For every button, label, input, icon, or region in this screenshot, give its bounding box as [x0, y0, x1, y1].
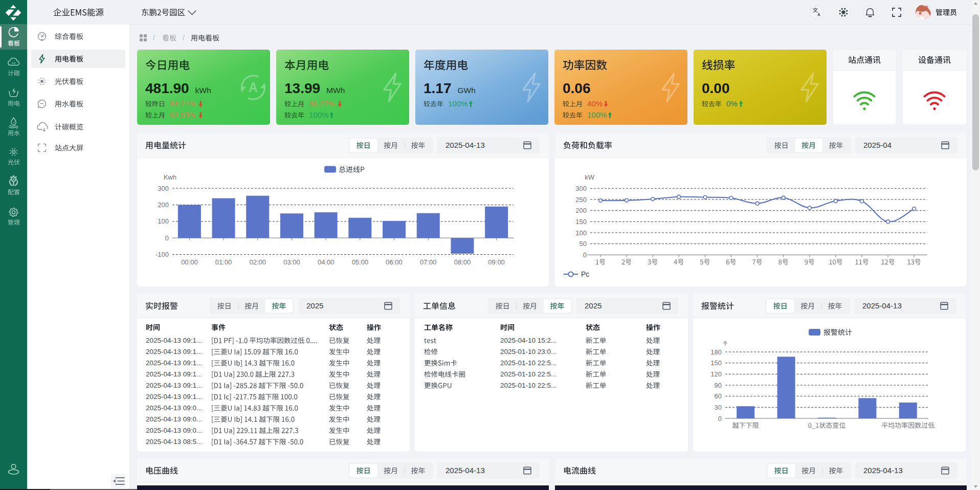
svg-text:08:00: 08:00 [454, 258, 471, 266]
svg-text:150: 150 [710, 359, 722, 367]
svg-text:0.00: 0.00 [702, 80, 730, 96]
svg-text:/: / [183, 34, 185, 42]
svg-text:2025: 2025 [585, 301, 602, 310]
svg-text:00:00: 00:00 [181, 258, 198, 266]
svg-text:0: 0 [718, 415, 722, 422]
svg-text:2025-04-13 09:0...: 2025-04-13 09:0... [146, 404, 202, 412]
svg-text:50: 50 [580, 240, 587, 248]
svg-text:120: 120 [710, 370, 722, 378]
svg-text:03:00: 03:00 [283, 258, 300, 266]
svg-text:200: 200 [158, 201, 169, 209]
svg-text:07:00: 07:00 [420, 258, 437, 266]
svg-text:2025-01-10 23:0...: 2025-01-10 23:0... [500, 348, 556, 355]
svg-text:GWh: GWh [458, 86, 476, 95]
svg-text:2025-04-13 09:1...: 2025-04-13 09:1... [146, 393, 202, 400]
svg-text:250: 250 [575, 196, 587, 204]
svg-text:2025: 2025 [306, 301, 323, 310]
svg-text:-100: -100 [155, 251, 169, 258]
svg-text:Kwh: Kwh [164, 173, 176, 181]
svg-text:90: 90 [715, 382, 722, 389]
svg-text:2025-01-10 22:5...: 2025-01-10 22:5... [500, 382, 556, 389]
svg-text:84.21%: 84.21% [170, 99, 196, 108]
svg-text:200: 200 [575, 207, 587, 214]
svg-text:2025-01-10 22:5...: 2025-01-10 22:5... [500, 370, 556, 378]
svg-text:2025-04-13: 2025-04-13 [446, 141, 485, 149]
svg-text:100: 100 [575, 229, 587, 237]
svg-text:04:00: 04:00 [318, 258, 335, 266]
svg-text:13.99: 13.99 [284, 80, 320, 96]
svg-text:06:00: 06:00 [386, 258, 403, 266]
svg-text:09:00: 09:00 [488, 258, 505, 266]
svg-text:0.06: 0.06 [563, 80, 591, 96]
svg-text:46.27%: 46.27% [309, 99, 335, 108]
svg-text:2025-04-13 09:0...: 2025-04-13 09:0... [146, 427, 202, 434]
svg-text:2025-04-13 09:1...: 2025-04-13 09:1... [146, 348, 202, 355]
svg-text:100%: 100% [309, 110, 328, 119]
svg-text:kWh: kWh [195, 86, 211, 95]
svg-text:01:00: 01:00 [215, 258, 232, 266]
svg-text:300: 300 [575, 185, 587, 192]
svg-text:100%: 100% [448, 99, 467, 108]
svg-text:2025-04: 2025-04 [863, 141, 892, 149]
svg-text:0%: 0% [726, 99, 738, 108]
svg-text:100: 100 [158, 217, 169, 225]
svg-text:2025-04-13 09:0...: 2025-04-13 09:0... [146, 415, 202, 423]
svg-text:02:00: 02:00 [250, 258, 266, 266]
svg-text:60: 60 [715, 392, 722, 400]
svg-text:150: 150 [575, 218, 587, 226]
svg-text:481.90: 481.90 [145, 80, 189, 96]
svg-text:30: 30 [715, 404, 722, 411]
svg-text:2025-04-13 09:1...: 2025-04-13 09:1... [146, 370, 202, 378]
svg-text:2025-04-13: 2025-04-13 [862, 301, 902, 310]
svg-text:2025-04-13 09:1...: 2025-04-13 09:1... [146, 337, 202, 344]
svg-text:2025-04-13: 2025-04-13 [863, 466, 903, 475]
svg-text:300: 300 [158, 185, 169, 192]
svg-text:2025-04-13 09:1...: 2025-04-13 09:1... [146, 359, 202, 367]
svg-text:2025-04-10 15:2...: 2025-04-10 15:2... [500, 337, 556, 344]
svg-text:Pc: Pc [581, 270, 589, 278]
svg-text:/: / [153, 34, 155, 42]
svg-text:180: 180 [710, 348, 722, 356]
svg-text:2025-04-13 08:5...: 2025-04-13 08:5... [146, 438, 202, 446]
svg-text:2025-01-10 22:5...: 2025-01-10 22:5... [500, 359, 556, 367]
svg-text:2025-04-13 09:1...: 2025-04-13 09:1... [146, 382, 202, 389]
svg-text:0: 0 [583, 251, 587, 259]
svg-text:MWh: MWh [326, 86, 345, 95]
svg-text:kW: kW [585, 173, 595, 181]
svg-text:0: 0 [165, 234, 169, 242]
svg-text:100%: 100% [587, 110, 607, 119]
svg-text:2025-04-13: 2025-04-13 [446, 466, 485, 475]
svg-text:62.93%: 62.93% [170, 110, 196, 119]
svg-text:05:00: 05:00 [352, 258, 369, 266]
svg-text:40%: 40% [587, 99, 603, 108]
svg-text:1.17: 1.17 [424, 80, 452, 96]
